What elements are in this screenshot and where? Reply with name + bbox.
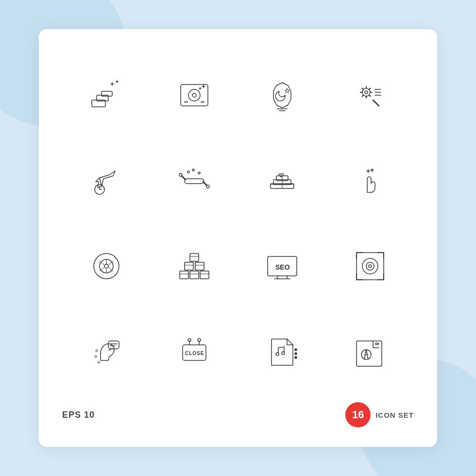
badge-number: 16 — [345, 402, 371, 427]
svg-line-26 — [362, 88, 363, 90]
svg-point-9 — [192, 93, 196, 97]
icon-cd-disc — [62, 223, 150, 309]
eps-label: EPS 10 — [62, 410, 95, 420]
svg-line-28 — [369, 88, 370, 90]
icon-music-player — [150, 52, 238, 138]
icon-music-file — [238, 309, 326, 394]
svg-line-38 — [182, 176, 186, 180]
main-card: SEO — [39, 29, 437, 447]
icon-rolling-pin — [150, 138, 238, 223]
icon-set-label: ICON SET — [375, 411, 414, 419]
svg-rect-63 — [190, 271, 199, 279]
icon-settings-search — [326, 52, 414, 138]
svg-text:CLOSE: CLOSE — [185, 351, 204, 356]
svg-rect-71 — [190, 254, 199, 261]
icon-moon-star-ornament — [238, 52, 326, 138]
svg-rect-61 — [180, 271, 188, 279]
svg-point-95 — [282, 352, 285, 355]
icon-two-fingers-up — [326, 138, 414, 223]
svg-point-40 — [179, 173, 182, 176]
icon-mind-chat — [62, 309, 150, 394]
svg-line-27 — [369, 95, 370, 97]
svg-point-81 — [369, 265, 372, 268]
icon-target-frame — [326, 223, 414, 309]
svg-point-94 — [276, 353, 279, 356]
svg-point-54 — [104, 264, 108, 268]
svg-point-86 — [95, 356, 97, 357]
icon-flight-time — [62, 138, 150, 223]
svg-text:SEO: SEO — [275, 263, 290, 271]
svg-rect-65 — [200, 271, 209, 279]
svg-point-80 — [366, 262, 374, 270]
svg-point-79 — [362, 258, 378, 274]
svg-marker-16 — [273, 83, 291, 108]
svg-point-8 — [188, 89, 200, 101]
svg-point-21 — [365, 91, 368, 94]
svg-point-43 — [192, 169, 194, 171]
icon-blueprint-eye — [326, 309, 414, 394]
svg-point-85 — [96, 350, 98, 352]
svg-rect-78 — [357, 253, 384, 280]
svg-marker-17 — [285, 88, 289, 93]
icon-grid: SEO — [62, 52, 414, 394]
svg-rect-37 — [185, 179, 204, 184]
footer: EPS 10 16 ICON SET — [62, 394, 414, 427]
svg-point-96 — [295, 349, 297, 351]
svg-line-39 — [203, 182, 207, 186]
svg-point-44 — [198, 172, 200, 174]
svg-point-97 — [295, 353, 297, 355]
icon-seo-monitor: SEO — [238, 223, 326, 309]
icon-boxes-stack — [150, 223, 238, 309]
svg-line-29 — [362, 95, 363, 97]
svg-line-30 — [373, 100, 379, 106]
icon-close-sign: CLOSE — [150, 309, 238, 394]
icon-set-badge: 16 ICON SET — [345, 402, 414, 427]
svg-point-87 — [98, 361, 100, 363]
svg-point-41 — [206, 185, 209, 188]
icon-gift-books — [238, 138, 326, 223]
svg-point-42 — [187, 171, 189, 173]
svg-rect-67 — [185, 262, 193, 270]
svg-point-52 — [94, 254, 119, 279]
svg-rect-69 — [195, 262, 204, 270]
icon-gold-bars — [62, 52, 150, 138]
svg-point-98 — [295, 357, 297, 358]
